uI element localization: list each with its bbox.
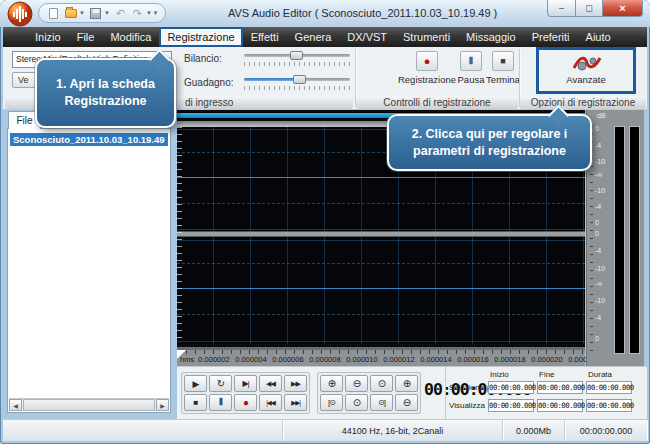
menu-bar: Inizio File Modifica Registrazione Effet… — [3, 27, 647, 47]
time-tick: 0.000014 — [416, 355, 456, 364]
close-button[interactable]: × — [603, 0, 643, 17]
new-file-icon[interactable] — [47, 7, 60, 20]
time-tick: 0.000020 — [527, 355, 567, 364]
customize-toolbar-icon[interactable]: ▾ — [154, 9, 158, 17]
db-scale-value: -10 — [595, 297, 613, 304]
stop-button[interactable]: ■ — [492, 51, 514, 71]
db-scale-value: -4 — [595, 247, 613, 254]
view-end-field[interactable]: 00:00:00.000 — [537, 399, 583, 412]
menu-dxvst[interactable]: DX/VST — [339, 28, 395, 46]
time-ruler-ticks — [177, 350, 585, 354]
scroll-right-icon[interactable]: ▶ — [156, 399, 169, 411]
redo-dropdown-icon[interactable]: ▼ — [146, 10, 152, 16]
gain-slider[interactable] — [244, 75, 350, 84]
db-scale-value: -4 — [595, 203, 613, 210]
selezione-row-label: Selezione — [449, 383, 484, 392]
file-list-hscrollbar[interactable]: ◀ ▶ — [9, 398, 169, 411]
time-ruler[interactable]: hms 0.000002 0.000004 0.000006 0.000008 … — [177, 347, 585, 366]
balance-slider[interactable] — [244, 51, 350, 60]
playback-controls: ▶ ↻ ▶| ◀◀ ▶▶ ■ Ⅱ ● |◀◀ ▶▶| — [181, 372, 310, 414]
time-tick: 0.000002 — [194, 355, 234, 364]
undo-icon[interactable]: ↶ — [114, 7, 127, 20]
menu-registrazione-active[interactable]: Registrazione — [159, 27, 242, 47]
view-duration-field[interactable]: 00:00:00.000 — [586, 399, 632, 412]
time-unit-label: hms — [180, 355, 194, 364]
transport-bar: ▶ ↻ ▶| ◀◀ ▶▶ ■ Ⅱ ● |◀◀ ▶▶| ⊕ ⊖ ⊙ ⊕ [ — [177, 366, 647, 419]
amplitude-ruler — [177, 127, 182, 344]
menu-genera[interactable]: Genera — [287, 28, 340, 46]
db-scale-value: -4 — [595, 314, 613, 321]
go-to-end-button[interactable]: ▶▶| — [284, 394, 307, 411]
save-dropdown-icon[interactable]: ▼ — [104, 10, 110, 16]
zoom-vertical-out-button[interactable]: ⊖ — [395, 394, 418, 411]
fast-forward-button[interactable]: ▶▶ — [284, 375, 307, 392]
zoom-out-button[interactable]: ⊖ — [345, 375, 368, 392]
selection-end-field[interactable]: 00:00:00.000 — [537, 381, 583, 394]
menu-file[interactable]: File — [69, 28, 103, 46]
menu-aiuto[interactable]: Aiuto — [578, 28, 619, 46]
rewind-button[interactable]: ◀◀ — [259, 375, 282, 392]
file-list-item-selected[interactable]: Sconosciuto_2011.10.03_10.19.49 — [10, 133, 168, 146]
play-to-end-button[interactable]: ▶| — [234, 375, 257, 392]
save-icon[interactable] — [89, 7, 102, 20]
pause-icon: Ⅱ — [469, 56, 473, 66]
status-format: 44100 Hz, 16-bit, 2Canali — [283, 420, 503, 441]
stop-transport-button[interactable]: ■ — [184, 394, 207, 411]
window-controls: – ◻ × — [547, 0, 643, 17]
go-to-start-button[interactable]: |◀◀ — [259, 394, 282, 411]
record-icon: ● — [424, 55, 431, 67]
zoom-selection-button[interactable]: [⊙ — [320, 394, 343, 411]
gain-slider-ticks — [244, 86, 350, 90]
scroll-left-icon[interactable]: ◀ — [9, 399, 22, 411]
title-bar[interactable]: ▼ ▼ ↶ ↷▼ ▾ AVS Audio Editor ( Sconosciut… — [0, 0, 650, 27]
minimize-button[interactable]: – — [547, 0, 576, 17]
menu-missaggio[interactable]: Missaggio — [458, 28, 524, 46]
menu-inizio[interactable]: Inizio — [27, 28, 69, 46]
advanced-highlight-box: Avanzate — [536, 47, 636, 94]
maximize-button[interactable]: ◻ — [576, 0, 603, 17]
menu-modifica[interactable]: Modifica — [102, 28, 159, 46]
redo-icon[interactable]: ↷ — [131, 7, 144, 20]
menu-effetti[interactable]: Effetti — [243, 28, 287, 46]
channel-separator[interactable] — [177, 231, 585, 237]
app-logo-icon[interactable] — [7, 1, 33, 27]
loop-play-button[interactable]: ↻ — [209, 375, 232, 392]
selection-start-field[interactable]: 00:00:00.000 — [488, 381, 534, 394]
record-transport-button[interactable]: ● — [234, 394, 257, 411]
callout-step2: 2. Clicca qui per regolare i parametri d… — [387, 114, 592, 171]
zoom-full-button[interactable]: ⊙] — [370, 394, 393, 411]
level-meter-right — [629, 126, 640, 354]
menu-preferiti[interactable]: Preferiti — [524, 28, 578, 46]
zoom-in-button[interactable]: ⊕ — [320, 375, 343, 392]
open-file-icon[interactable] — [64, 7, 77, 20]
db-scale-value: -4 — [595, 142, 613, 149]
record-controls-group-label: Controlli di registrazione — [356, 96, 518, 109]
zoom-vertical-in-button[interactable]: ⊕ — [395, 375, 418, 392]
header-durata: Durata — [588, 370, 612, 379]
stop-icon: ■ — [500, 56, 505, 66]
db-unit-label: dB — [597, 112, 615, 119]
level-meter-panel: dB 0 -4 -10 -∞ -10 -4 0 0 -4 -10 -∞ -10 … — [586, 110, 644, 366]
open-dropdown-icon[interactable]: ▼ — [79, 10, 85, 16]
play-button[interactable]: ▶ — [184, 375, 207, 392]
time-tick: 0.000010 — [342, 355, 382, 364]
level-meter-left — [614, 126, 625, 354]
pause-button[interactable]: Ⅱ — [460, 51, 482, 71]
scrollbar-thumb[interactable] — [23, 399, 155, 411]
db-scale-value: 0 — [595, 125, 613, 132]
zoom-restore-button[interactable]: ⊙ — [370, 375, 393, 392]
pause-transport-button[interactable]: Ⅱ — [209, 394, 232, 411]
file-list: Sconosciuto_2011.10.03_10.19.49 ◀ ▶ — [7, 128, 171, 413]
selection-duration-field[interactable]: 00:00:00.000 — [586, 381, 632, 394]
balance-slider-ticks — [244, 62, 350, 66]
db-scale-value: 0 — [595, 230, 613, 237]
db-scale-value: -∞ — [595, 171, 613, 178]
db-scale-value: -10 — [595, 187, 613, 194]
record-button[interactable]: ● — [416, 51, 438, 71]
time-tick: 0.000012 — [379, 355, 419, 364]
advanced-button[interactable]: Avanzate — [539, 74, 633, 85]
view-start-field[interactable]: 00:00:00.000 — [488, 399, 534, 412]
time-tick: 0.000008 — [305, 355, 345, 364]
zoom-out-full-button[interactable]: ⊙ — [345, 394, 368, 411]
menu-strumenti[interactable]: Strumenti — [395, 28, 458, 46]
